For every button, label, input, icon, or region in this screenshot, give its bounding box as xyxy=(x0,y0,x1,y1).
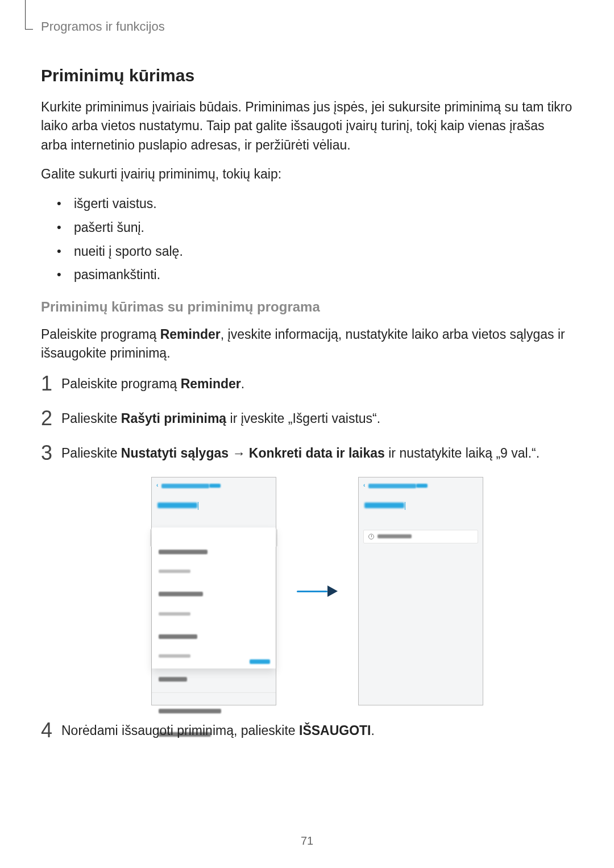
step-2: 2 Palieskite Rašyti priminimą ir įveskit… xyxy=(41,409,573,428)
back-icon: ‹ xyxy=(363,481,365,490)
text: Paleiskite programą xyxy=(61,376,181,391)
list-item: pašerti šunį. xyxy=(57,218,573,238)
list-item: išgerti vaistus. xyxy=(57,194,573,214)
arrow-glyph: → xyxy=(229,446,249,460)
divider xyxy=(152,692,276,693)
binding-notch xyxy=(25,0,33,30)
list-item: nueiti į sporto salę. xyxy=(57,242,573,262)
text-cursor xyxy=(198,502,198,510)
page-number: 71 xyxy=(0,834,614,848)
step-4: 4 Norėdami išsaugoti priminimą, palieski… xyxy=(41,721,573,740)
examples-list: išgerti vaistus. pašerti šunį. nueiti į … xyxy=(57,194,573,285)
step-number: 2 xyxy=(41,404,58,433)
sub-intro: Paleiskite programą Reminder, įveskite i… xyxy=(41,325,573,363)
text: . xyxy=(371,723,375,738)
examples-lead: Galite sukurti įvairių priminimų, tokių … xyxy=(41,165,573,184)
typed-text xyxy=(364,502,404,508)
option-row xyxy=(152,537,276,580)
bold-text: Konkreti data ir laikas xyxy=(249,446,385,460)
app-bar-title xyxy=(161,484,209,488)
bold-text: Reminder xyxy=(160,327,221,342)
time-chip xyxy=(363,530,478,543)
bold-text: Rašyti priminimą xyxy=(121,411,226,426)
step-1: 1 Paleiskite programą Reminder. xyxy=(41,375,573,393)
text: Paleiskite programą xyxy=(41,327,160,342)
screenshot-create-reminder: ‹ xyxy=(151,477,276,705)
text: Palieskite xyxy=(61,411,121,426)
reminder-text-input xyxy=(359,495,483,528)
option-row xyxy=(152,579,276,622)
reminder-text-input xyxy=(152,495,276,528)
subheading: Priminimų kūrimas su priminimų programa xyxy=(41,299,573,315)
back-icon: ‹ xyxy=(156,481,158,490)
breadcrumb: Programos ir funkcijos xyxy=(41,19,573,34)
bold-text: Reminder xyxy=(181,376,241,391)
list-item: pasimankštinti. xyxy=(57,265,573,285)
bold-text: IŠSAUGOTI xyxy=(299,723,371,738)
step-number: 1 xyxy=(41,369,58,398)
step-number: 3 xyxy=(41,438,58,468)
text: ir nustatykite laiką „9 val.“. xyxy=(385,446,540,460)
text: Norėdami išsaugoti priminimą, palieskite xyxy=(61,723,299,738)
text: Palieskite xyxy=(61,446,121,460)
screenshot-reminder-saved: ‹ xyxy=(358,477,483,705)
bold-text: Nustatyti sąlygas xyxy=(121,446,229,460)
page-title: Priminimų kūrimas xyxy=(41,66,573,85)
app-bar-action xyxy=(209,484,221,488)
typed-text xyxy=(157,502,197,508)
intro-paragraph: Kurkite priminimus įvairiais būdais. Pri… xyxy=(41,98,573,155)
clock-icon xyxy=(368,534,374,539)
screenshot-row: ‹ xyxy=(61,477,573,705)
steps-list: 1 Paleiskite programą Reminder. 2 Palies… xyxy=(41,375,573,740)
panel-footer-action xyxy=(250,659,270,664)
time-chip-text xyxy=(377,534,412,538)
text: . xyxy=(241,376,244,391)
arrow-right-icon xyxy=(297,584,338,598)
step-number: 4 xyxy=(41,716,58,745)
app-bar-title xyxy=(368,484,416,488)
step-3: 3 Palieskite Nustatyti sąlygas → Konkret… xyxy=(41,444,573,705)
conditions-panel xyxy=(152,528,276,668)
option-row xyxy=(152,622,276,665)
option-row xyxy=(152,665,276,688)
text-cursor xyxy=(405,502,405,510)
app-bar: ‹ xyxy=(152,477,276,495)
text: ir įveskite „Išgerti vaistus“. xyxy=(226,411,380,426)
app-bar: ‹ xyxy=(359,477,483,495)
app-bar-action xyxy=(416,484,428,488)
option-row xyxy=(152,696,276,720)
